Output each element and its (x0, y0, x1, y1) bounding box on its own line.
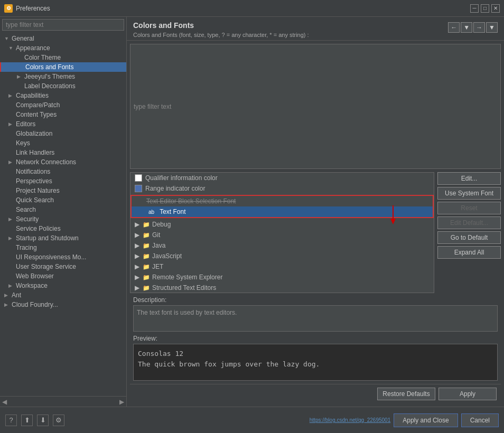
sidebar-item-network[interactable]: ▶ Network Connections (0, 157, 126, 167)
window-title: Preferences (16, 5, 470, 12)
no-arrow (8, 245, 14, 250)
sidebar-item-service-policies[interactable]: Service Policies (0, 224, 126, 233)
sidebar-item-perspectives[interactable]: Perspectives (0, 176, 126, 186)
description-section: Description: The text font is used by te… (133, 296, 498, 332)
sidebar-item-project-natures[interactable]: Project Natures (0, 186, 126, 195)
no-arrow (8, 178, 14, 184)
apply-button[interactable]: Apply (438, 388, 497, 400)
list-item-label: Java (152, 242, 165, 249)
sidebar-item-quick-search[interactable]: Quick Search (0, 195, 126, 205)
maximize-button[interactable]: □ (481, 4, 489, 13)
colors-list[interactable]: Qualifier information color Range indica… (130, 172, 434, 293)
use-system-font-button[interactable]: Use System Font (437, 187, 501, 200)
list-item-debug[interactable]: ▶ 📁 Debug (130, 219, 434, 230)
window-controls: ─ □ ✕ (470, 4, 500, 13)
apply-and-close-button[interactable]: Apply and Close (394, 413, 458, 427)
export-icon[interactable]: ⬆ (21, 415, 33, 426)
sidebar-item-notifications[interactable]: Notifications (0, 167, 126, 176)
list-item-git[interactable]: ▶ 📁 Git (130, 230, 434, 240)
sidebar-item-user-storage[interactable]: User Storage Service (0, 262, 126, 271)
sidebar-item-color-theme[interactable]: Color Theme (0, 53, 126, 62)
list-item-range[interactable]: Range indicator color (130, 183, 434, 194)
reset-button[interactable]: Reset (437, 202, 501, 214)
sidebar-item-security[interactable]: ▶ Security (0, 214, 126, 224)
folder-icon: 📁 (143, 253, 150, 260)
close-button[interactable]: ✕ (491, 4, 500, 13)
no-arrow (8, 188, 14, 193)
content-filter-input[interactable] (130, 44, 501, 169)
expand-arrow: ▶ (8, 159, 14, 165)
sidebar-item-capabilities[interactable]: ▶ Capabilities (0, 91, 126, 100)
import-icon[interactable]: ⬇ (37, 415, 49, 426)
panel-title: Colors and Fonts (133, 21, 309, 30)
list-item-remote-system[interactable]: ▶ 📁 Remote System Explorer (130, 272, 434, 283)
minimize-button[interactable]: ─ (470, 4, 479, 13)
back-button[interactable]: ← (448, 22, 460, 33)
sidebar-item-workspace[interactable]: ▶ Workspace (0, 281, 126, 290)
settings-icon[interactable]: ⚙ (53, 415, 64, 426)
scroll-left-button[interactable]: ◀ (2, 398, 7, 406)
expand-arrow: ▶ (135, 221, 139, 228)
sidebar-item-web-browser[interactable]: Web Browser (0, 271, 126, 281)
go-to-default-button[interactable]: Go to Default (437, 231, 501, 244)
expand-arrow: ▶ (8, 236, 14, 241)
sidebar-item-globalization[interactable]: Globalization (0, 129, 126, 138)
expand-arrow: ▶ (135, 274, 139, 281)
list-item-text-editor-block[interactable]: Text Editor Block Selection Font (132, 196, 433, 206)
expand-arrow: ▶ (135, 263, 139, 270)
list-item-label: Debug (152, 221, 171, 228)
list-item-label: Structured Text Editors (152, 284, 216, 291)
footer-link: https://blog.csdn.net/qq_22695001 (310, 417, 390, 423)
sidebar-item-keys[interactable]: Keys (0, 138, 126, 148)
no-arrow (8, 131, 14, 136)
list-item-label: Text Font (160, 208, 185, 215)
sidebar-item-label: Color Theme (24, 54, 61, 61)
sidebar-filter-input[interactable] (2, 19, 124, 31)
no-arrow (8, 207, 14, 212)
sidebar-item-general[interactable]: ▼ General (0, 34, 126, 43)
forward-button[interactable]: → (473, 22, 485, 33)
sidebar-item-label: Content Types (16, 111, 57, 118)
edit-default-button[interactable]: Edit Default... (437, 216, 501, 229)
sidebar-item-colors-and-fonts[interactable]: Colors and Fonts (0, 62, 126, 72)
sidebar-item-content-types[interactable]: Content Types (0, 110, 126, 119)
list-item-structured-text[interactable]: ▶ 📁 Structured Text Editors (130, 283, 434, 293)
sidebar-item-compare[interactable]: Compare/Patch (0, 100, 126, 110)
scroll-right-button[interactable]: ▶ (119, 398, 124, 406)
sidebar-item-ant[interactable]: ▶ Ant (0, 290, 126, 300)
restore-defaults-button[interactable]: Restore Defaults (377, 388, 435, 400)
cancel-button[interactable]: Cancel (461, 413, 499, 427)
expand-arrow: ▶ (8, 216, 14, 222)
list-item-text-font[interactable]: ab Text Font (132, 206, 433, 217)
panel-subtitle: Colors and Fonts (font, size, type, ? = … (133, 32, 309, 38)
forward-dropdown-button[interactable]: ▼ (486, 22, 498, 33)
sidebar-item-ui-responsiveness[interactable]: UI Responsiveness Mo... (0, 252, 126, 262)
sidebar-item-editors[interactable]: ▶ Editors (0, 119, 126, 129)
edit-button[interactable]: Edit... (437, 172, 501, 185)
list-item-jet[interactable]: ▶ 📁 JET (130, 261, 434, 272)
sidebar: ▼ General ▼ Appearance Color Theme Color… (0, 17, 127, 407)
sidebar-item-label: Startup and Shutdown (16, 234, 79, 242)
sidebar-item-tracing[interactable]: Tracing (0, 243, 126, 252)
sidebar-item-label: Search (16, 206, 36, 213)
help-icon[interactable]: ? (5, 415, 17, 426)
sidebar-item-jeeeyuls[interactable]: ▶ Jeeeyul's Themes (0, 72, 126, 81)
app-icon: ⚙ (4, 4, 13, 13)
main-layout: ▼ General ▼ Appearance Color Theme Color… (0, 17, 504, 433)
no-arrow (8, 226, 14, 231)
sidebar-item-label: UI Responsiveness Mo... (16, 253, 86, 261)
sidebar-item-cloud-foundry[interactable]: ▶ Cloud Foundry... (0, 300, 126, 309)
list-item-java[interactable]: ▶ 📁 Java (130, 240, 434, 251)
sidebar-item-label-decorations[interactable]: Label Decorations (0, 81, 126, 91)
footer-right: https://blog.csdn.net/qq_22695001 Apply … (310, 413, 499, 427)
no-arrow (18, 64, 23, 70)
sidebar-item-link-handlers[interactable]: Link Handlers (0, 148, 126, 157)
sidebar-item-appearance[interactable]: ▼ Appearance (0, 43, 126, 53)
sidebar-item-startup[interactable]: ▶ Startup and Shutdown (0, 233, 126, 243)
list-item-qualifier[interactable]: Qualifier information color (130, 173, 434, 183)
list-item-javascript[interactable]: ▶ 📁 JavaScript (130, 251, 434, 261)
expand-all-button[interactable]: Expand All (437, 246, 501, 259)
back-dropdown-button[interactable]: ▼ (461, 22, 472, 33)
sidebar-item-search[interactable]: Search (0, 205, 126, 214)
color-swatch-blue (135, 185, 142, 192)
